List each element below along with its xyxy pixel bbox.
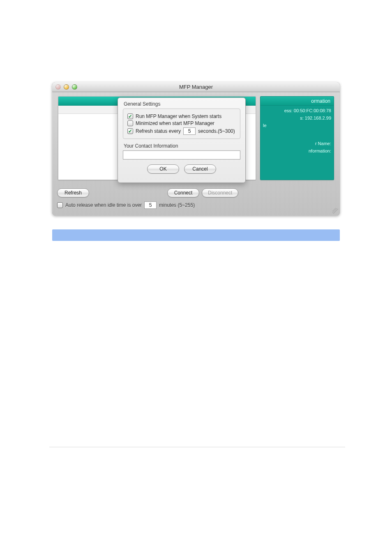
window-title: MFP Manager bbox=[52, 84, 340, 90]
zoom-icon[interactable] bbox=[72, 84, 77, 90]
info-pane: ormation ess: 00:50:FC:00:08:78 s: 192.1… bbox=[260, 96, 334, 180]
mfp-manager-window: MFP Manager MFP Server Name MFCAD5DB orm… bbox=[52, 82, 340, 215]
minimized-start-checkbox[interactable] bbox=[127, 120, 133, 126]
refresh-status-prefix: Refresh status every bbox=[136, 128, 181, 134]
general-settings-group: Run MFP Manager when System starts Minim… bbox=[123, 109, 240, 139]
disconnect-button[interactable]: Disconnect bbox=[202, 188, 238, 197]
contact-info-input[interactable] bbox=[123, 150, 240, 160]
page-footer-divider bbox=[49, 447, 345, 447]
ok-button[interactable]: OK bbox=[147, 164, 179, 173]
contact-info-title: Your Contact Information bbox=[124, 143, 240, 149]
auto-release-checkbox[interactable] bbox=[57, 202, 63, 208]
run-on-start-checkbox[interactable] bbox=[127, 113, 133, 119]
info-line-3: le bbox=[261, 120, 334, 128]
auto-release-suffix: minutes (5~255) bbox=[159, 202, 195, 208]
auto-release-minutes-input[interactable]: 5 bbox=[144, 201, 157, 209]
refresh-status-suffix: seconds.(5~300) bbox=[198, 128, 235, 134]
refresh-button[interactable]: Refresh bbox=[57, 188, 89, 197]
run-on-start-label: Run MFP Manager when System starts bbox=[136, 113, 221, 119]
info-name-label: r Name: bbox=[261, 139, 334, 146]
info-information-label: nformation: bbox=[261, 146, 334, 153]
bottom-bar: Refresh Connect Disconnect Auto release … bbox=[55, 186, 337, 212]
general-settings-title: General Settings bbox=[124, 101, 240, 107]
refresh-status-checkbox[interactable] bbox=[127, 128, 133, 134]
resize-grip-icon[interactable] bbox=[332, 208, 338, 214]
section-divider-bar bbox=[52, 229, 340, 241]
info-mac-address: ess: 00:50:FC:00:08:78 bbox=[261, 106, 334, 113]
close-icon[interactable] bbox=[55, 84, 61, 90]
auto-release-prefix: Auto release when idle time is over bbox=[65, 202, 142, 208]
info-ip-address: s: 192.168.2.99 bbox=[261, 113, 334, 120]
minimized-start-label: Minimized when start MFP Manager bbox=[136, 120, 214, 126]
connect-button[interactable]: Connect bbox=[167, 188, 199, 197]
window-body: MFP Server Name MFCAD5DB ormation ess: 0… bbox=[52, 92, 340, 215]
info-pane-header: ormation bbox=[261, 97, 334, 106]
cancel-button[interactable]: Cancel bbox=[184, 164, 216, 173]
minimize-icon[interactable] bbox=[64, 84, 69, 90]
options-dialog: General Settings Run MFP Manager when Sy… bbox=[118, 97, 246, 183]
refresh-seconds-input[interactable]: 5 bbox=[183, 127, 196, 135]
titlebar: MFP Manager bbox=[52, 82, 340, 92]
info-header-text: ormation bbox=[311, 98, 330, 104]
